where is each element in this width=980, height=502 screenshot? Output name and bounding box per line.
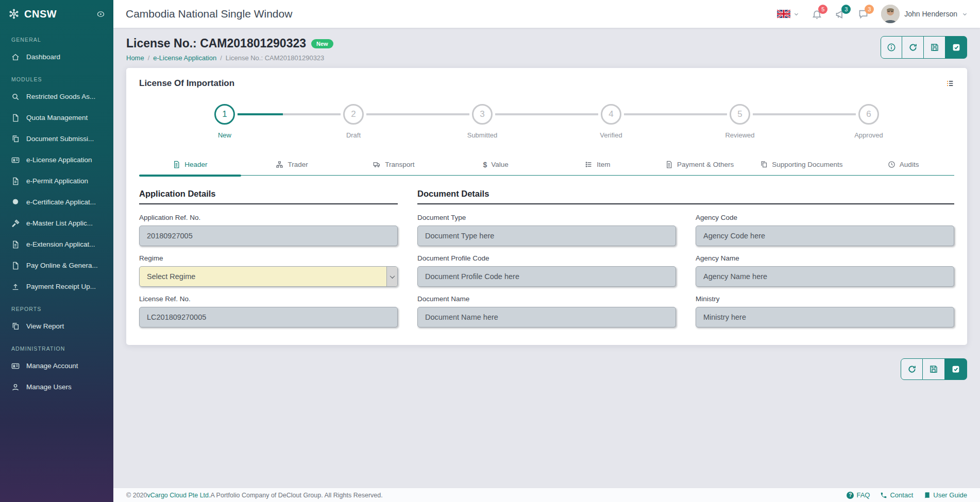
- sidebar-item-label: e-License Application: [26, 156, 92, 164]
- step-number: 5: [730, 104, 750, 125]
- license-ref-input[interactable]: [139, 307, 398, 327]
- breadcrumb: Home / e-License Application / License N…: [126, 54, 967, 62]
- card-menu-icon[interactable]: [946, 79, 954, 88]
- application-ref-field: Application Ref. No.: [139, 214, 398, 246]
- submit-check-button[interactable]: [945, 36, 967, 59]
- language-selector[interactable]: [777, 10, 799, 18]
- user-menu[interactable]: John Henderson: [881, 5, 968, 23]
- user-name: John Henderson: [904, 10, 957, 18]
- step-approved: 6 Approved: [804, 104, 933, 139]
- refresh-button[interactable]: [901, 358, 923, 380]
- footer: © 2020 vCargo Cloud Pte Ltd. A Portfolio…: [113, 488, 980, 502]
- breadcrumb-elicense[interactable]: e-License Application: [153, 54, 216, 62]
- refresh-button[interactable]: [902, 36, 924, 59]
- agency-name-label: Agency Name: [696, 254, 954, 262]
- sidebar-item-document-submission[interactable]: Document Submissi...: [0, 128, 113, 149]
- ministry-input[interactable]: [696, 307, 954, 327]
- step-number: 3: [472, 104, 493, 125]
- save-button[interactable]: [924, 36, 945, 59]
- sidebar-collapse-icon[interactable]: [96, 10, 105, 19]
- ministry-label: Ministry: [696, 295, 954, 303]
- sidebar-item-label: Quota Management: [26, 114, 88, 122]
- gavel-icon: [11, 219, 20, 228]
- info-button[interactable]: [881, 36, 902, 59]
- tab-label: Supporting Documents: [772, 161, 842, 168]
- file-text-icon: [173, 161, 180, 168]
- contact-link[interactable]: Contact: [880, 491, 913, 499]
- sidebar-item-label: e-Extension Applicat...: [26, 240, 95, 248]
- sidebar-item-emaster-list-application[interactable]: e-Master List Applic...: [0, 213, 113, 234]
- avatar: [881, 5, 900, 23]
- document-profile-code-input[interactable]: [417, 266, 676, 287]
- copy-icon: [760, 161, 768, 168]
- save-button[interactable]: [923, 358, 945, 380]
- announcements-button[interactable]: 3: [835, 9, 846, 20]
- sidebar-item-elicense-application[interactable]: e-License Application: [0, 149, 113, 170]
- sidebar-item-label: Manage Users: [26, 383, 72, 391]
- tab-trader[interactable]: Trader: [241, 154, 343, 175]
- tab-audits[interactable]: Audits: [852, 154, 954, 175]
- nav-section-reports: REPORTS: [0, 297, 113, 316]
- sitemap-icon: [276, 161, 283, 168]
- notifications-bell-button[interactable]: 5: [812, 9, 822, 20]
- tab-transport[interactable]: Transport: [343, 154, 445, 175]
- file-text-icon: [665, 161, 673, 168]
- sidebar-item-view-report[interactable]: View Report: [0, 316, 113, 337]
- license-ref-label: License Ref. No.: [139, 295, 398, 303]
- tab-supporting-documents[interactable]: Supporting Documents: [751, 154, 853, 175]
- bell-badge: 5: [818, 5, 827, 14]
- sidebar-item-ecertificate-application[interactable]: e-Certificate Applicat...: [0, 192, 113, 213]
- step-submitted: 3 Submitted: [418, 104, 547, 139]
- sidebar-item-payment-receipt-upload[interactable]: Payment Receipt Up...: [0, 276, 113, 297]
- sidebar-item-label: e-Certificate Applicat...: [26, 198, 96, 206]
- document-profile-code-label: Document Profile Code: [417, 254, 676, 262]
- step-number: 4: [601, 104, 621, 125]
- section-application-details: Application Details: [139, 189, 398, 204]
- agency-name-input[interactable]: [696, 266, 954, 287]
- step-new: 1 New: [160, 104, 289, 139]
- sidebar-item-quota-management[interactable]: Quota Management: [0, 107, 113, 128]
- step-draft: 2 Draft: [289, 104, 418, 139]
- file-invoice-icon: [11, 240, 20, 249]
- tab-item[interactable]: Item: [547, 154, 649, 175]
- tab-header[interactable]: Header: [139, 154, 241, 175]
- step-label: New: [218, 131, 231, 139]
- document-type-field: Document Type: [417, 214, 676, 246]
- tab-value[interactable]: $ Value: [445, 154, 547, 175]
- company-link[interactable]: vCargo Cloud Pte Ltd.: [147, 492, 211, 499]
- sidebar-item-dashboard[interactable]: Dashboard: [0, 46, 113, 67]
- file-icon: [11, 114, 20, 122]
- breadcrumb-separator: /: [220, 54, 222, 62]
- document-name-field: Document Name: [417, 295, 676, 327]
- step-number: 1: [214, 104, 235, 125]
- tab-label: Transport: [385, 161, 414, 168]
- document-type-input[interactable]: [417, 226, 676, 246]
- breadcrumb-home[interactable]: Home: [126, 54, 144, 62]
- card-title: License Of Importation: [139, 78, 234, 89]
- file-icon: [11, 262, 20, 270]
- sidebar-item-eextension-application[interactable]: e-Extension Applicat...: [0, 234, 113, 255]
- step-number: 6: [858, 104, 879, 125]
- document-name-input[interactable]: [417, 307, 676, 327]
- submit-check-button[interactable]: [945, 358, 967, 380]
- user-guide-link[interactable]: User Guide: [923, 491, 967, 499]
- agency-code-input[interactable]: [696, 226, 954, 246]
- sidebar-brand: CNSW: [0, 0, 113, 28]
- faq-label: FAQ: [856, 491, 870, 499]
- application-ref-input[interactable]: [139, 226, 398, 246]
- sidebar-item-label: Manage Account: [26, 362, 78, 370]
- book-icon: [923, 492, 931, 499]
- sidebar-item-epermit-application[interactable]: e-Permit Application: [0, 170, 113, 192]
- messages-button[interactable]: 3: [858, 9, 869, 20]
- agency-name-field: Agency Name: [696, 254, 954, 287]
- sidebar-item-pay-online[interactable]: Pay Online & Genera...: [0, 255, 113, 276]
- phone-icon: [880, 492, 887, 499]
- sidebar-item-manage-users[interactable]: Manage Users: [0, 376, 113, 397]
- tab-payment-others[interactable]: Payment & Others: [649, 154, 751, 175]
- regime-select[interactable]: Select Regime: [139, 266, 398, 287]
- faq-link[interactable]: ? FAQ: [847, 491, 870, 499]
- sidebar-item-restricted-goods[interactable]: Restricted Goods As...: [0, 86, 113, 107]
- sidebar-item-manage-account[interactable]: Manage Account: [0, 355, 113, 376]
- status-stepper: 1 New 2 Draft 3 Submitted 4 Verified 5: [126, 91, 967, 139]
- application-ref-label: Application Ref. No.: [139, 214, 398, 221]
